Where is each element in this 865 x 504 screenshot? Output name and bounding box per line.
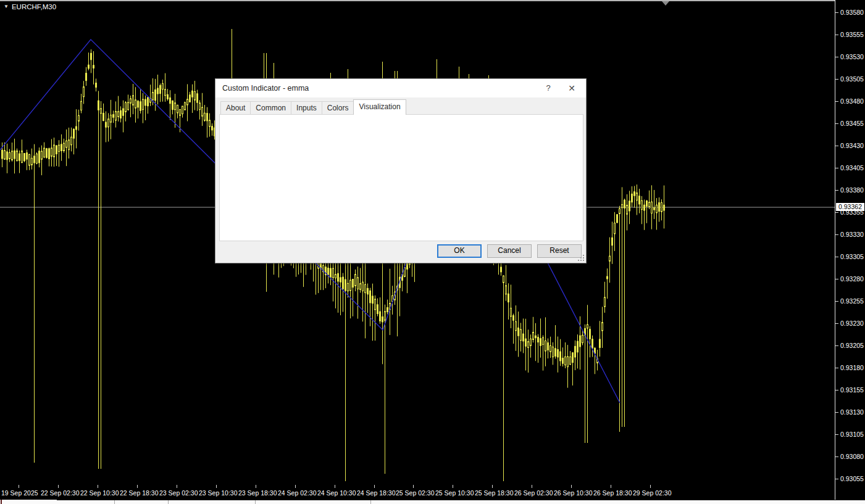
price-tick-mark xyxy=(835,390,838,390)
price-tick-label: 0.93080 xyxy=(840,453,864,460)
close-button[interactable]: ✕ xyxy=(561,79,582,97)
help-button[interactable]: ? xyxy=(538,79,559,97)
price-tick-label: 0.93505 xyxy=(840,75,864,83)
time-tick-label: 29 Sep 02:30 xyxy=(633,489,671,497)
time-tick-mark xyxy=(19,485,19,488)
dialog-titlebar[interactable]: Custom Indicator - emma ? ✕ xyxy=(215,79,586,97)
time-tick-label: 26 Sep 02:30 xyxy=(514,489,553,497)
price-tick-mark xyxy=(835,279,838,279)
price-tick-mark xyxy=(835,190,838,191)
price-tick-mark xyxy=(835,12,838,13)
price-tick-label: 0.93430 xyxy=(840,142,864,149)
price-axis[interactable]: 0.93362 0.935800.935550.935300.935050.93… xyxy=(835,0,865,500)
price-tick-mark xyxy=(835,323,838,324)
price-tick-mark xyxy=(835,168,838,168)
panel-separator xyxy=(168,500,169,504)
price-tick-mark xyxy=(835,234,838,235)
cancel-button[interactable]: Cancel xyxy=(487,244,532,258)
price-tick-label: 0.93130 xyxy=(840,408,864,416)
price-tick-label: 0.93180 xyxy=(840,364,864,371)
time-tick-label: 23 Sep 18:30 xyxy=(238,489,277,497)
price-tick-label: 0.93205 xyxy=(840,342,864,349)
price-tick-mark xyxy=(835,345,838,346)
price-tick-label: 0.93380 xyxy=(840,186,864,194)
tab-colors[interactable]: Colors xyxy=(322,101,354,115)
price-tick-mark xyxy=(835,146,838,146)
price-tick-label: 0.93355 xyxy=(840,209,864,216)
time-tick-mark xyxy=(374,485,375,488)
chevron-down-icon[interactable]: ▼ xyxy=(4,4,9,9)
price-tick-mark xyxy=(835,79,838,80)
price-tick-mark xyxy=(835,434,838,435)
price-tick-mark xyxy=(835,123,838,124)
price-tick-label: 0.93305 xyxy=(840,253,864,260)
time-tick-mark xyxy=(413,485,414,488)
price-tick-label: 0.93330 xyxy=(840,231,864,238)
time-tick-mark xyxy=(453,485,453,488)
time-tick-label: 24 Sep 18:30 xyxy=(357,489,395,497)
time-tick-label: 22 Sep 02:30 xyxy=(41,489,79,497)
time-tick-label: 25 Sep 10:30 xyxy=(435,489,474,497)
resize-grip[interactable] xyxy=(579,255,584,261)
time-tick-label: 24 Sep 02:30 xyxy=(278,489,316,497)
tab-common[interactable]: Common xyxy=(250,101,291,115)
time-axis[interactable]: 19 Sep 202522 Sep 02:3022 Sep 10:3022 Se… xyxy=(0,485,835,500)
time-tick-label: 26 Sep 10:30 xyxy=(554,489,592,497)
time-tick-mark xyxy=(611,485,611,488)
tab-inputs[interactable]: Inputs xyxy=(291,101,322,115)
symbol-period-text: EURCHF,M30 xyxy=(12,3,56,10)
panel-separator xyxy=(370,500,371,504)
price-tick-label: 0.93230 xyxy=(840,320,864,327)
axis-separator xyxy=(835,0,835,500)
time-tick-mark xyxy=(177,485,177,488)
time-tick-label: 23 Sep 10:30 xyxy=(199,489,237,497)
time-tick-mark xyxy=(98,485,98,488)
price-tick-mark xyxy=(835,368,838,368)
ok-button[interactable]: OK xyxy=(437,244,482,258)
time-tick-mark xyxy=(137,485,138,488)
price-tick-label: 0.93055 xyxy=(840,475,864,482)
price-tick-mark xyxy=(835,101,838,102)
time-tick-mark xyxy=(295,485,296,488)
price-tick-label: 0.93455 xyxy=(840,120,864,127)
time-tick-mark xyxy=(492,485,493,488)
price-tick-mark xyxy=(835,301,838,302)
metatrader-chart-window: ▼ EURCHF,M30 0.93362 0.935800.935550.935… xyxy=(0,0,865,504)
time-tick-label: 24 Sep 10:30 xyxy=(317,489,356,497)
tab-visualization[interactable]: Visualization xyxy=(353,99,406,115)
price-tick-label: 0.93280 xyxy=(840,275,864,283)
price-tick-label: 0.93105 xyxy=(840,431,864,438)
time-tick-mark xyxy=(532,485,532,488)
time-tick-label: 25 Sep 18:30 xyxy=(475,489,513,497)
docked-panel-edge xyxy=(0,500,865,504)
time-tick-mark xyxy=(256,485,256,488)
dialog-title: Custom Indicator - emma xyxy=(222,84,309,93)
time-tick-mark xyxy=(650,485,651,488)
time-tick-label: 26 Sep 18:30 xyxy=(593,489,632,497)
price-tick-label: 0.93580 xyxy=(840,9,864,16)
dialog-tab-strip: AboutCommonInputsColorsVisualization xyxy=(220,101,406,115)
time-tick-label: 23 Sep 02:30 xyxy=(159,489,198,497)
panel-top-border xyxy=(57,500,865,500)
price-tick-mark xyxy=(835,212,838,213)
tab-about[interactable]: About xyxy=(220,101,251,115)
custom-indicator-dialog: Custom Indicator - emma ? ✕ AboutCommonI… xyxy=(215,78,587,263)
price-tick-mark xyxy=(835,412,838,413)
price-tick-mark xyxy=(835,257,838,257)
reset-button[interactable]: Reset xyxy=(537,244,582,258)
time-tick-label: 25 Sep 02:30 xyxy=(396,489,434,497)
window-top-border xyxy=(0,0,865,1)
time-tick-mark xyxy=(58,485,59,488)
time-tick-label: 22 Sep 10:30 xyxy=(80,489,119,497)
price-tick-label: 0.93155 xyxy=(840,386,864,394)
price-tick-label: 0.93405 xyxy=(840,164,864,171)
price-tick-mark xyxy=(835,479,838,479)
price-tick-mark xyxy=(835,57,838,57)
price-tick-label: 0.93530 xyxy=(840,53,864,60)
time-tick-label: 22 Sep 18:30 xyxy=(120,489,158,497)
price-tick-mark xyxy=(835,35,838,35)
time-tick-mark xyxy=(335,485,335,488)
price-tick-label: 0.93555 xyxy=(840,31,864,38)
symbol-label: ▼ EURCHF,M30 xyxy=(4,3,56,10)
panel-accent-mark xyxy=(1,500,2,504)
